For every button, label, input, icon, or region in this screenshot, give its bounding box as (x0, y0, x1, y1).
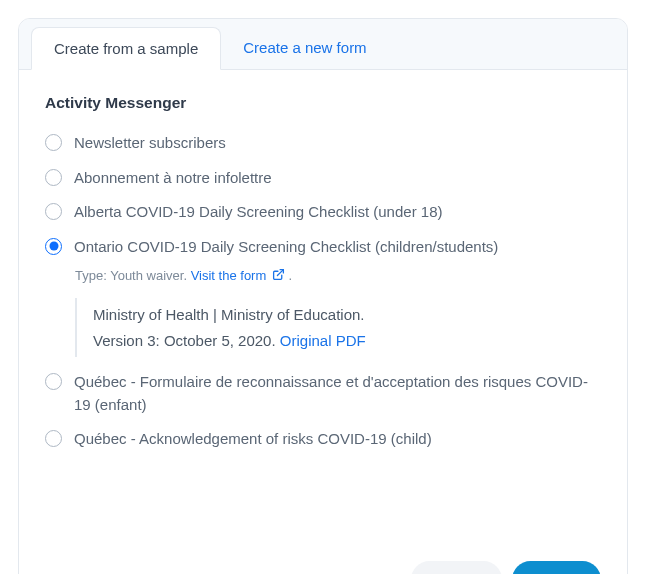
option-label: Newsletter subscribers (74, 132, 226, 155)
option-abonnement-infolettre[interactable]: Abonnement à notre infolettre (45, 161, 601, 196)
option-ontario-covid-checklist[interactable]: Ontario COVID-19 Daily Screening Checkli… (45, 230, 601, 265)
tab-create-new-form[interactable]: Create a new form (221, 27, 388, 69)
tab-create-from-sample[interactable]: Create from a sample (31, 27, 221, 70)
external-link-icon (272, 268, 285, 284)
visit-form-link[interactable]: Visit the form (191, 268, 289, 283)
option-label: Alberta COVID-19 Daily Screening Checkli… (74, 201, 443, 224)
option-quebec-formulaire-enfant[interactable]: Québec - Formulaire de reconnaissance et… (45, 365, 601, 422)
modal-body: Activity Messenger Newsletter subscriber… (19, 70, 627, 481)
create-button[interactable]: Create (512, 561, 601, 575)
radio-icon (45, 373, 62, 390)
desc-line: Ministry of Health | Ministry of Educati… (93, 302, 601, 328)
selected-option-details: Type: Youth waiver. Visit the form . Min… (75, 268, 601, 357)
link-text: Visit the form (191, 268, 267, 283)
type-label: Type: Youth waiver. (75, 268, 187, 283)
radio-icon (45, 203, 62, 220)
desc-line-2: Version 3: October 5, 2020. Original PDF (93, 328, 601, 354)
option-newsletter-subscribers[interactable]: Newsletter subscribers (45, 126, 601, 161)
option-quebec-acknowledgement-child[interactable]: Québec - Acknowledgement of risks COVID-… (45, 422, 601, 457)
option-label: Ontario COVID-19 Daily Screening Checkli… (74, 236, 498, 259)
option-description: Ministry of Health | Ministry of Educati… (75, 298, 601, 357)
create-form-modal: Create from a sample Create a new form A… (18, 18, 628, 574)
tab-label: Create from a sample (54, 40, 198, 57)
cancel-button[interactable]: Cancel (411, 561, 502, 575)
modal-footer: Cancel Create (19, 481, 627, 575)
tab-label: Create a new form (243, 39, 366, 56)
section-title: Activity Messenger (45, 94, 601, 112)
radio-icon (45, 238, 62, 255)
desc-text: Version 3: October 5, 2020. (93, 332, 276, 349)
tabs: Create from a sample Create a new form (19, 19, 627, 70)
option-label: Québec - Formulaire de reconnaissance et… (74, 371, 601, 416)
option-alberta-covid-checklist[interactable]: Alberta COVID-19 Daily Screening Checkli… (45, 195, 601, 230)
option-meta: Type: Youth waiver. Visit the form . (75, 268, 601, 284)
original-pdf-link[interactable]: Original PDF (280, 332, 366, 349)
option-label: Abonnement à notre infolettre (74, 167, 272, 190)
radio-icon (45, 169, 62, 186)
radio-icon (45, 430, 62, 447)
svg-line-0 (277, 270, 283, 276)
radio-icon (45, 134, 62, 151)
option-label: Québec - Acknowledgement of risks COVID-… (74, 428, 432, 451)
